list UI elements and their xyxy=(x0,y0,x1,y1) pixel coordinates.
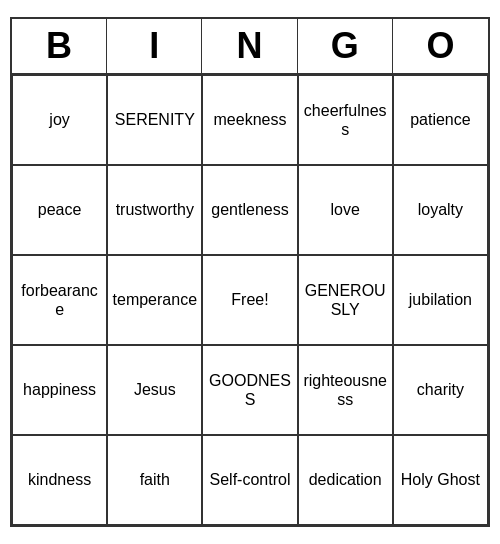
cell-r4-c3: dedication xyxy=(298,435,393,525)
cell-text: jubilation xyxy=(409,290,472,309)
cell-r3-c2: GOODNESS xyxy=(202,345,297,435)
cell-text: GOODNESS xyxy=(207,371,292,409)
cell-r4-c4: Holy Ghost xyxy=(393,435,488,525)
cell-r1-c0: peace xyxy=(12,165,107,255)
cell-r2-c2: Free! xyxy=(202,255,297,345)
bingo-grid: joySERENITYmeeknesscheerfulnesspatiencep… xyxy=(12,75,488,525)
cell-r0-c1: SERENITY xyxy=(107,75,202,165)
cell-r3-c0: happiness xyxy=(12,345,107,435)
cell-text: Free! xyxy=(231,290,268,309)
cell-r1-c4: loyalty xyxy=(393,165,488,255)
cell-text: joy xyxy=(49,110,69,129)
cell-r2-c1: temperance xyxy=(107,255,202,345)
cell-r0-c0: joy xyxy=(12,75,107,165)
cell-text: faith xyxy=(140,470,170,489)
cell-r3-c3: righteousness xyxy=(298,345,393,435)
cell-r2-c3: GENEROUSLY xyxy=(298,255,393,345)
cell-text: SERENITY xyxy=(115,110,195,129)
header-letter: I xyxy=(107,19,202,73)
cell-text: Self-control xyxy=(210,470,291,489)
cell-text: cheerfulness xyxy=(303,101,388,139)
cell-text: trustworthy xyxy=(116,200,194,219)
cell-text: meekness xyxy=(214,110,287,129)
cell-r1-c1: trustworthy xyxy=(107,165,202,255)
cell-text: gentleness xyxy=(211,200,288,219)
cell-text: happiness xyxy=(23,380,96,399)
bingo-card: BINGO joySERENITYmeeknesscheerfulnesspat… xyxy=(10,17,490,527)
header-letter: G xyxy=(298,19,393,73)
cell-text: dedication xyxy=(309,470,382,489)
cell-text: peace xyxy=(38,200,82,219)
cell-text: righteousness xyxy=(303,371,388,409)
cell-text: GENEROUSLY xyxy=(303,281,388,319)
header-letter: N xyxy=(202,19,297,73)
cell-r0-c3: cheerfulness xyxy=(298,75,393,165)
cell-r4-c2: Self-control xyxy=(202,435,297,525)
cell-text: love xyxy=(331,200,360,219)
cell-text: patience xyxy=(410,110,471,129)
cell-text: Jesus xyxy=(134,380,176,399)
cell-r2-c4: jubilation xyxy=(393,255,488,345)
cell-text: temperance xyxy=(113,290,198,309)
cell-r4-c1: faith xyxy=(107,435,202,525)
cell-text: charity xyxy=(417,380,464,399)
cell-r2-c0: forbearance xyxy=(12,255,107,345)
cell-text: forbearance xyxy=(17,281,102,319)
cell-text: loyalty xyxy=(418,200,463,219)
cell-r0-c4: patience xyxy=(393,75,488,165)
cell-text: kindness xyxy=(28,470,91,489)
cell-r1-c2: gentleness xyxy=(202,165,297,255)
cell-r0-c2: meekness xyxy=(202,75,297,165)
cell-text: Holy Ghost xyxy=(401,470,480,489)
cell-r3-c4: charity xyxy=(393,345,488,435)
header-letter: O xyxy=(393,19,488,73)
cell-r4-c0: kindness xyxy=(12,435,107,525)
header-letter: B xyxy=(12,19,107,73)
cell-r3-c1: Jesus xyxy=(107,345,202,435)
bingo-header: BINGO xyxy=(12,19,488,75)
cell-r1-c3: love xyxy=(298,165,393,255)
